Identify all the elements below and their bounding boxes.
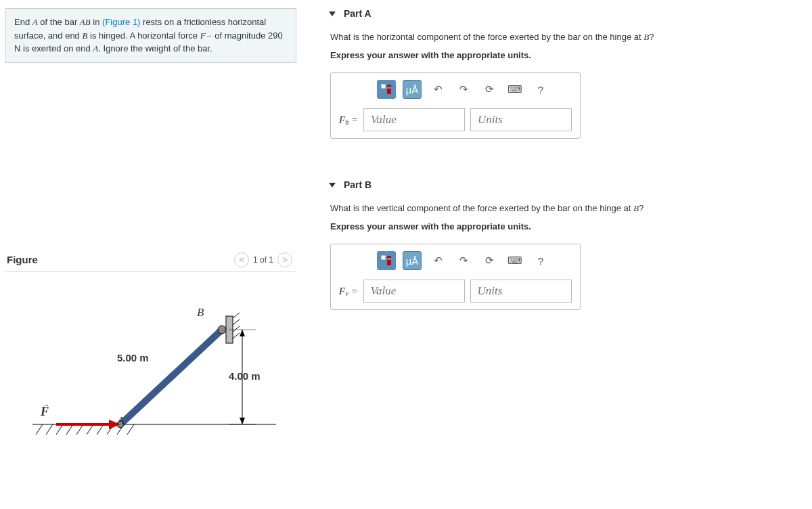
part-b-section: Part B What is the vertical component of… — [329, 179, 807, 310]
figure-label-A: A — [117, 414, 124, 428]
part-a-value-input[interactable] — [363, 108, 465, 131]
redo-icon[interactable]: ↷ — [454, 251, 473, 270]
part-b-units-input[interactable] — [470, 280, 572, 303]
template-icon[interactable] — [377, 80, 396, 99]
reset-icon[interactable]: ⟳ — [480, 80, 499, 99]
help-icon[interactable]: ? — [531, 80, 550, 99]
svg-line-17 — [233, 326, 240, 332]
svg-line-6 — [87, 424, 93, 435]
part-b-variable: Fv = — [339, 286, 358, 297]
figure-header: Figure < 1 of 1 > — [5, 252, 296, 272]
template-icon[interactable] — [377, 251, 396, 270]
figure-prev-button[interactable]: < — [234, 252, 249, 267]
svg-rect-31 — [387, 260, 391, 265]
svg-line-18 — [233, 333, 240, 338]
reset-icon[interactable]: ⟳ — [480, 251, 499, 270]
svg-rect-29 — [382, 256, 385, 259]
undo-icon[interactable]: ↶ — [428, 251, 447, 270]
redo-icon[interactable]: ↷ — [454, 80, 473, 99]
units-icon[interactable]: µÅ — [403, 80, 422, 99]
part-a-section: Part A What is the horizontal component … — [329, 8, 807, 139]
keyboard-icon[interactable]: ⌨ — [505, 251, 524, 270]
svg-marker-20 — [240, 330, 245, 336]
figure-title: Figure — [7, 254, 38, 265]
part-a-units-input[interactable] — [470, 108, 572, 131]
svg-line-7 — [97, 424, 104, 435]
figure-link[interactable]: (Figure 1) — [102, 17, 140, 27]
svg-rect-28 — [387, 89, 391, 94]
svg-line-4 — [66, 424, 73, 435]
svg-point-13 — [218, 326, 226, 334]
svg-line-3 — [56, 424, 63, 435]
part-b-question: What is the vertical component of the fo… — [330, 202, 807, 215]
svg-rect-30 — [387, 256, 391, 258]
problem-statement: End A of the bar AB in (Figure 1) rests … — [5, 8, 296, 63]
part-a-answer-box: µÅ ↶ ↷ ⟳ ⌨ ? Fh = — [330, 72, 581, 139]
figure-diagram: B A 5.00 m 4.00 m F→ — [5, 272, 296, 441]
units-icon[interactable]: µÅ — [403, 251, 422, 270]
figure-count: 1 of 1 — [253, 255, 273, 265]
part-b-title: Part B — [344, 179, 371, 190]
collapse-icon[interactable] — [329, 12, 336, 16]
figure-label-B: B — [197, 306, 204, 319]
svg-line-2 — [46, 424, 53, 435]
svg-marker-21 — [240, 418, 245, 424]
part-a-instruction: Express your answer with the appropriate… — [330, 50, 807, 60]
part-b-answer-box: µÅ ↶ ↷ ⟳ ⌨ ? Fv = — [330, 244, 581, 310]
undo-icon[interactable]: ↶ — [428, 80, 447, 99]
svg-rect-26 — [382, 85, 385, 88]
part-b-value-input[interactable] — [363, 280, 465, 303]
svg-line-5 — [76, 424, 83, 435]
svg-line-15 — [233, 313, 240, 318]
svg-line-11 — [120, 330, 222, 424]
part-a-variable: Fh = — [339, 114, 358, 126]
figure-next-button[interactable]: > — [277, 252, 292, 267]
part-a-question: What is the horizontal component of the … — [330, 31, 807, 43]
svg-line-10 — [127, 424, 134, 435]
force-vector-symbol: F→ — [200, 30, 212, 41]
collapse-icon[interactable] — [329, 183, 336, 187]
figure-label-F: F→ — [41, 405, 56, 419]
figure-label-length: 5.00 m — [117, 352, 149, 363]
part-b-instruction: Express your answer with the appropriate… — [330, 221, 807, 231]
svg-rect-27 — [387, 85, 391, 87]
help-icon[interactable]: ? — [531, 251, 550, 270]
keyboard-icon[interactable]: ⌨ — [505, 80, 524, 99]
figure-label-height: 4.00 m — [229, 370, 261, 382]
svg-line-1 — [36, 424, 43, 435]
svg-line-16 — [233, 319, 240, 325]
part-a-title: Part A — [344, 8, 371, 19]
